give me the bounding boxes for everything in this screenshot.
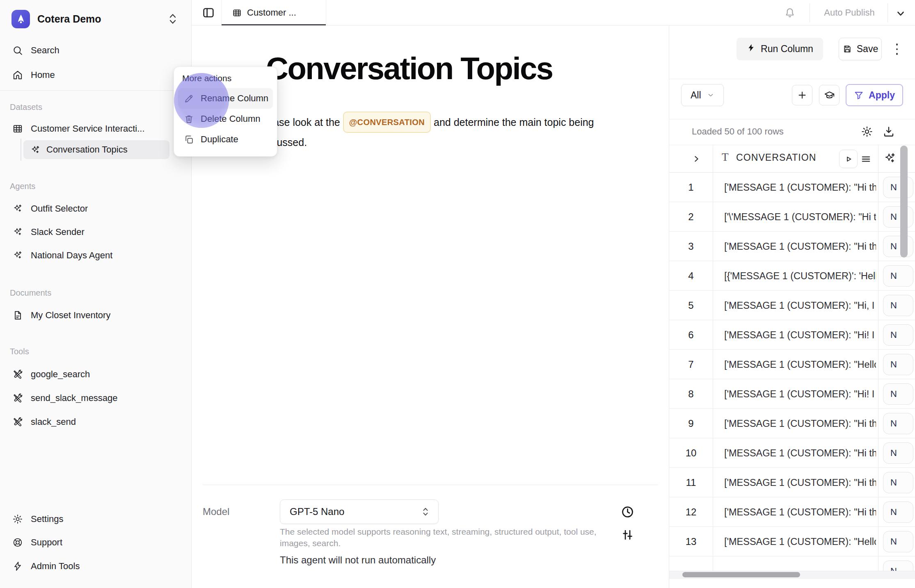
sliders-icon[interactable] [621, 528, 634, 542]
next-column-cell-chip[interactable]: N [883, 531, 913, 552]
next-column-cell-chip[interactable]: N [883, 265, 913, 287]
next-column-cell-chip[interactable]: N [883, 177, 913, 198]
sidebar-item-agent[interactable]: Outfit Selector [0, 199, 192, 218]
conversation-cell[interactable]: ['\'MESSAGE 1 (CUSTOMER): "Hi th [724, 202, 876, 232]
model-description: The selected model supports reasoning te… [280, 526, 616, 549]
sidebar-item-settings[interactable]: Settings [0, 510, 192, 529]
sidebar-item-agent[interactable]: Slack Sender [0, 223, 192, 242]
page-title[interactable]: Conversation Topics [266, 52, 553, 85]
apply-filter-button[interactable]: Apply [846, 84, 903, 106]
table-row[interactable]: 8['MESSAGE 1 (CUSTOMER): "Hi! I reN [669, 379, 915, 409]
ai-column-sparkles-icon[interactable] [883, 152, 896, 165]
column-header-label[interactable]: CONVERSATION [736, 152, 817, 163]
table-row[interactable]: 13['MESSAGE 1 (CUSTOMER): "Hello!N [669, 527, 915, 556]
sidebar-item-search[interactable]: Search [0, 41, 192, 60]
clock-icon[interactable] [621, 505, 634, 519]
vertical-scrollbar[interactable] [900, 146, 908, 258]
tools-icon [12, 393, 23, 403]
table-row[interactable]: 3['MESSAGE 1 (CUSTOMER): "Hi theN [669, 232, 915, 261]
row-number [669, 556, 713, 571]
next-column-cell-chip[interactable]: N [883, 354, 913, 375]
notifications-bell-icon[interactable] [784, 7, 796, 18]
sparkles-icon [12, 227, 23, 237]
next-column-cell-chip[interactable]: N [883, 324, 913, 346]
results-panel: Run Column Save All Apply Loaded 50 of 1… [669, 25, 915, 588]
row-number: 9 [669, 409, 713, 438]
download-icon[interactable] [883, 125, 895, 138]
conversation-cell[interactable]: ['MESSAGE 1 (CUSTOMER): "Hi the [724, 497, 876, 527]
conversation-mention-chip[interactable]: @CONVERSATION [343, 112, 431, 133]
chevron-down-icon[interactable] [895, 8, 906, 19]
sidebar-item-tool[interactable]: send_slack_message [0, 389, 192, 408]
conversation-cell[interactable]: [{'MESSAGE 1 (CUSTOMER)': 'Hello [724, 261, 876, 291]
table-row[interactable]: 7['MESSAGE 1 (CUSTOMER): "Hello!N [669, 350, 915, 379]
sidebar-item-document[interactable]: My Closet Inventory [0, 306, 192, 325]
table-row[interactable]: 6['MESSAGE 1 (CUSTOMER): "Hi! I reN [669, 320, 915, 350]
auto-publish-label[interactable]: Auto Publish [822, 0, 877, 25]
conversation-cell[interactable]: ['MESSAGE 1 (CUSTOMER): "Hello! [724, 527, 876, 556]
model-select[interactable]: GPT-5 Nano [280, 499, 439, 524]
prompt-text[interactable]: Please look at the @CONVERSATION and det… [258, 112, 605, 151]
next-column-cell-chip[interactable]: N [883, 442, 913, 464]
table-row[interactable]: 1['MESSAGE 1 (CUSTOMER): "Hi theN [669, 173, 915, 202]
sidebar-toggle-icon[interactable] [202, 6, 215, 19]
next-column-cell-chip[interactable]: N [883, 383, 913, 405]
run-column-play-button[interactable] [839, 150, 858, 168]
table-row[interactable]: 4[{'MESSAGE 1 (CUSTOMER)': 'HelloN [669, 261, 915, 291]
more-options-kebab-icon[interactable] [892, 40, 902, 58]
conversation-cell[interactable]: ['MESSAGE 1 (CUSTOMER): "Hi the [724, 438, 876, 468]
conversation-cell[interactable]: ['MESSAGE 1 (CUSTOMER): "Hello! [724, 350, 876, 379]
workspace-switcher[interactable]: Cotera Demo [0, 9, 192, 29]
horizontal-scrollbar-thumb[interactable] [682, 572, 800, 577]
sidebar-item-tool[interactable]: slack_send [0, 413, 192, 431]
model-section-divider [203, 485, 658, 485]
expand-row-chevron-icon[interactable] [691, 154, 702, 164]
plus-icon [797, 90, 807, 100]
table-settings-gear-icon[interactable] [861, 125, 873, 138]
conversation-cell[interactable]: ['MESSAGE 1 (CUSTOMER): "Hi, I re [724, 291, 876, 320]
sidebar-item-conversation-topics[interactable]: Conversation Topics [23, 140, 169, 159]
table-row[interactable]: 2['\'MESSAGE 1 (CUSTOMER): "Hi thN [669, 202, 915, 232]
conversation-cell[interactable]: ['MESSAGE 1 (CUSTOMER): "Hi! I re [724, 379, 876, 409]
app-window: Cotera Demo Search Home Datasets Custome… [0, 0, 915, 588]
conversation-cell[interactable]: ['MESSAGE 1 (CUSTOMER): "Hi! I re [724, 320, 876, 350]
bolt-icon [12, 561, 23, 572]
add-column-button[interactable] [792, 85, 812, 105]
next-column-cell-chip[interactable]: N [883, 561, 913, 571]
sidebar-item-support[interactable]: Support [0, 533, 192, 552]
save-button[interactable]: Save [839, 38, 882, 60]
table-row[interactable]: 9['MESSAGE 1 (CUSTOMER): "Hi theN [669, 409, 915, 438]
next-column-cell-chip[interactable]: N [883, 501, 913, 523]
table-row[interactable]: N [669, 556, 915, 571]
sidebar-item-home[interactable]: Home [0, 66, 192, 84]
table-icon [232, 8, 242, 18]
conversation-cell[interactable]: ['MESSAGE 1 (CUSTOMER): "Hi the [724, 468, 876, 497]
search-icon [12, 45, 23, 56]
table-row[interactable]: 10['MESSAGE 1 (CUSTOMER): "Hi theN [669, 438, 915, 468]
chevron-down-icon [707, 91, 714, 99]
table-row[interactable]: 11['MESSAGE 1 (CUSTOMER): "Hi theN [669, 468, 915, 497]
conversation-cell[interactable]: ['MESSAGE 1 (CUSTOMER): "Hi the [724, 409, 876, 438]
conversation-cell[interactable]: ['MESSAGE 1 (CUSTOMER): "Hi the [724, 232, 876, 261]
learn-button[interactable] [819, 85, 840, 105]
autorun-note: This agent will not run automatically [280, 554, 436, 566]
menu-item-duplicate[interactable]: Duplicate [178, 129, 273, 150]
next-column-cell-chip[interactable]: N [883, 295, 913, 316]
sidebar-item-dataset[interactable]: Customer Service Interacti... [0, 119, 192, 138]
tab-customer[interactable]: Customer ... [221, 0, 326, 25]
table-icon [12, 123, 23, 134]
next-column-cell-chip[interactable]: N [883, 472, 913, 493]
next-column-cell-chip[interactable]: N [883, 206, 913, 228]
filter-all-dropdown[interactable]: All [681, 84, 724, 106]
conversation-cell[interactable]: ['MESSAGE 1 (CUSTOMER): "Hi the [724, 173, 876, 202]
table-row[interactable]: 12['MESSAGE 1 (CUSTOMER): "Hi theN [669, 497, 915, 527]
table-row[interactable]: 5['MESSAGE 1 (CUSTOMER): "Hi, I reN [669, 291, 915, 320]
sidebar-item-tool[interactable]: google_search [0, 365, 192, 384]
sidebar-item-agent[interactable]: National Days Agent [0, 246, 192, 265]
run-column-button[interactable]: Run Column [737, 38, 823, 60]
column-menu-icon[interactable] [860, 154, 872, 164]
next-column-cell-chip[interactable]: N [883, 413, 913, 434]
next-column-cell-chip[interactable]: N [883, 236, 913, 257]
sidebar-item-admin-tools[interactable]: Admin Tools [0, 557, 192, 576]
conversation-cell[interactable] [724, 556, 876, 571]
